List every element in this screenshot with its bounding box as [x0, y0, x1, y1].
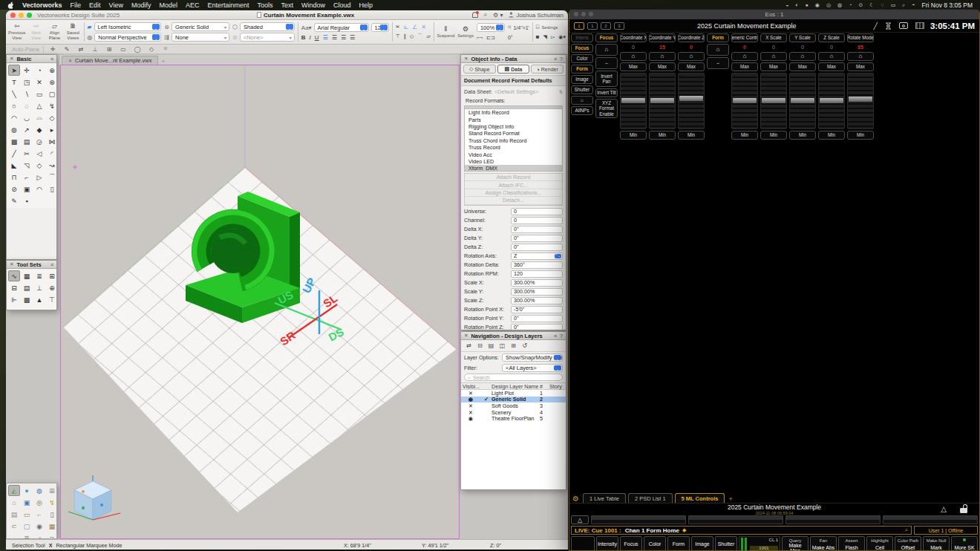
tool-icon[interactable]: ▤ [8, 509, 20, 520]
mode-icon[interactable]: ✛ [48, 45, 58, 53]
traffic-lights[interactable] [10, 13, 32, 18]
tool-icon[interactable]: ↝ [46, 160, 57, 171]
tool-icon[interactable]: ◌ [21, 100, 33, 111]
tool-icon[interactable]: △ [33, 100, 45, 111]
fader-thumb[interactable] [621, 98, 645, 103]
record-format-item[interactable]: Light Info Record [465, 109, 562, 116]
viewport-canvas[interactable]: US UP SL SR DS [61, 65, 459, 538]
mode-icon[interactable]: ⊞ [104, 45, 114, 53]
tool-icon[interactable]: ⌐ [33, 509, 45, 520]
category-button[interactable]: Focus [571, 44, 593, 53]
menu-item[interactable]: Help [359, 1, 373, 9]
justify-button[interactable]: ☰ [350, 34, 355, 41]
record-format-item[interactable]: Truss Chord Info Record [465, 137, 562, 144]
menu-item[interactable]: File [71, 1, 82, 9]
field-input[interactable]: 0 ⌃⌄ [511, 217, 563, 224]
tool-icon[interactable]: ⌓ [33, 112, 45, 123]
add-tab-button[interactable]: + [728, 495, 732, 503]
mode-icon[interactable]: ◯ [132, 45, 143, 53]
softkey-button[interactable]: Query Make Man [782, 536, 808, 551]
fader-thumb[interactable] [849, 97, 872, 102]
tool-icon[interactable]: ╲ [8, 88, 20, 100]
parameter-fader-track[interactable] [731, 73, 758, 129]
snap-grid-icon[interactable]: ⊾ [403, 24, 408, 30]
tool-icon[interactable]: ▯ [46, 509, 57, 520]
tool-icon[interactable]: ▩ [8, 136, 20, 147]
layer-scale-value[interactable]: 1/4"=1' [513, 25, 529, 30]
design-layer-row[interactable]: ✕ Soft Goods 3 [461, 402, 566, 409]
navigation-mode-icon[interactable]: ▤ [486, 342, 496, 350]
auto-plane-toggle[interactable]: Auto-Plane [12, 46, 39, 53]
view-mode-icon[interactable]: ▰ [87, 24, 91, 30]
menu-item[interactable]: Edit [89, 1, 101, 9]
record-format-item[interactable]: Stand Record Format [465, 130, 562, 137]
tool-icon[interactable]: ⊃ [46, 532, 57, 539]
tool-set-icon[interactable]: ⊟ [8, 282, 20, 293]
tool-set-icon[interactable]: ▩ [21, 294, 33, 305]
tool-icon[interactable]: ▣ [21, 183, 33, 195]
layer-dropdown[interactable]: None▾ [172, 33, 229, 42]
menu-item[interactable]: Model [159, 1, 177, 9]
parameter-home-button[interactable]: ⌂ [760, 52, 787, 61]
fader-thumb[interactable] [791, 98, 814, 103]
eos-titlebar[interactable]: Eos : 1 [569, 10, 979, 19]
status-icon[interactable]: ⌕ [902, 2, 905, 8]
field-input[interactable]: 0 ⌃⌄ [511, 208, 563, 215]
constraint4-icon[interactable]: ◇ [410, 33, 414, 39]
status-icon[interactable]: ▭ [891, 2, 896, 8]
bold-button[interactable]: B [301, 34, 306, 41]
parameter-min-button[interactable]: Min [818, 131, 845, 140]
menu-item[interactable]: Tools [258, 1, 273, 9]
design-layer-row[interactable]: ✕ Scenery 4 [461, 409, 566, 416]
category-softkey[interactable]: Color [644, 536, 666, 551]
parameter-home-button[interactable]: ⌂ [818, 52, 845, 61]
display-settings-icon[interactable]: ⚙ [572, 495, 579, 503]
fader-page-section[interactable] [785, 515, 881, 524]
close-palette-icon[interactable]: ✕ [10, 56, 13, 62]
softkey-button[interactable]: Highlight Cell [866, 536, 893, 551]
menu-item[interactable]: Text [281, 1, 294, 9]
category-softkey[interactable]: Focus [620, 536, 642, 551]
font-dropdown[interactable]: Arial Regular⌃⌄ [314, 23, 369, 32]
tool-icon[interactable]: ⊓ [8, 172, 20, 183]
status-icon[interactable]: ⊙ [858, 2, 863, 8]
status-icon[interactable]: ◎ [826, 2, 831, 8]
softkey-button[interactable]: • More SK [951, 536, 978, 551]
parameter-min-button[interactable]: Min [847, 131, 874, 140]
monitor-select-icon[interactable]: 1 [587, 22, 598, 30]
constraint6-icon[interactable]: ⏥ [426, 33, 430, 39]
parameter-min-button[interactable]: Min [620, 131, 647, 140]
category-softkey[interactable]: Shutter [715, 536, 737, 551]
parameter-header-button[interactable]: Coordinate Y [649, 33, 676, 42]
close-window-icon[interactable] [10, 13, 16, 18]
tool-icon[interactable]: ✕ [33, 76, 45, 88]
tool-icon[interactable]: ↯ [46, 100, 57, 111]
field-input[interactable]: -5'0" ⌃⌄ [511, 306, 563, 313]
snapshot-icon[interactable] [899, 22, 908, 29]
category-button[interactable]: Shutter [571, 85, 593, 94]
close-tab-icon[interactable]: ✕ [68, 58, 72, 63]
tool-icon[interactable]: T [8, 76, 20, 88]
align-plane-button[interactable]: ▱Align Plane [47, 21, 62, 43]
traffic-lights-inactive[interactable] [574, 12, 593, 16]
tool-icon[interactable]: ● [21, 485, 33, 496]
zoom-dropdown[interactable]: 100%⌃⌄ [477, 23, 505, 32]
parameter-min-button[interactable]: Min [789, 131, 816, 140]
fader-thumb[interactable] [733, 98, 757, 103]
tool-icon[interactable]: ◡ [21, 112, 33, 123]
align-left-button[interactable]: ☰ [323, 34, 328, 41]
projection-dropdown[interactable]: Normal Perspective⌃⌄ [94, 33, 161, 42]
tool-set-icon[interactable]: ∿ [8, 270, 20, 281]
field-input[interactable]: 300.00% ⌃⌄ [511, 297, 563, 304]
record-action-button[interactable]: Attach IFC... [465, 181, 562, 189]
focus-header-button[interactable]: Focus [595, 33, 618, 42]
class-icon[interactable]: ⊜ [164, 24, 169, 30]
tool-set-icon[interactable]: ≣ [33, 270, 45, 281]
status-icon[interactable]: ◐ [795, 2, 798, 7]
record-format-item[interactable]: Video Acc [465, 151, 562, 157]
form-header-button[interactable]: Form [707, 33, 729, 42]
record-action-button[interactable]: Detach... [465, 197, 562, 204]
tool-set-icon[interactable]: ▲ [33, 294, 45, 305]
fader-page-section[interactable] [591, 515, 686, 524]
record-formats-list[interactable]: Light Info Record Parts Rigging Object I… [464, 105, 563, 172]
